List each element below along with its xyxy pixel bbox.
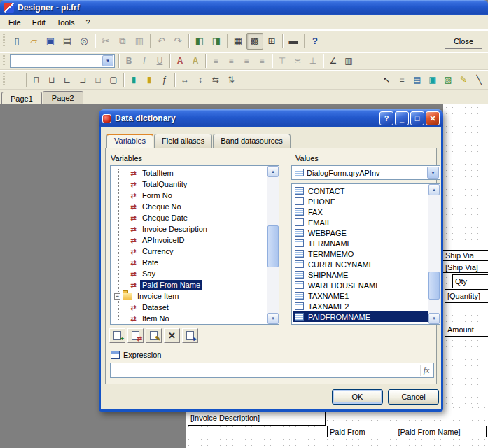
preview-icon[interactable]: ◎ <box>76 33 92 50</box>
system-text-icon[interactable]: ▣ <box>425 72 440 87</box>
frame-right-icon[interactable]: ⊐ <box>75 72 90 87</box>
frame-left-icon[interactable]: ⊏ <box>60 72 75 87</box>
tree-item[interactable]: ⇄Form No <box>112 190 267 201</box>
values-list-item[interactable]: CURRENCYNAME <box>293 259 428 270</box>
draw-icon[interactable]: ✎ <box>456 72 471 87</box>
new-variable-button[interactable]: + <box>109 328 125 343</box>
dialog-close-button[interactable]: ✕ <box>426 111 440 125</box>
menu-item-tools[interactable]: Tools <box>51 16 81 29</box>
tree-item[interactable]: ⇄TotalItem <box>112 167 267 178</box>
quantity-field[interactable]: [Quantity] <box>445 289 488 303</box>
paid-from-label[interactable]: Paid From <box>327 426 372 438</box>
insert-field-icon[interactable]: ▥ <box>341 54 356 69</box>
select-tool-icon[interactable]: ↖ <box>379 72 394 87</box>
tree-item[interactable]: ⇄Invoice Description <box>112 223 267 234</box>
dialog-tab-band-datasources[interactable]: Band datasources <box>213 134 291 148</box>
page-tab-page1[interactable]: Page1 <box>1 92 42 104</box>
text-rotation-icon[interactable]: ∠ <box>326 54 341 69</box>
values-scrollbar[interactable]: ▲ ▼ <box>428 184 440 324</box>
dialog-titlebar[interactable]: Data dictionary ?_□✕ <box>99 109 443 127</box>
tree-expander-icon[interactable]: − <box>114 293 120 300</box>
menu-item-edit[interactable]: Edit <box>27 16 51 29</box>
tree-item[interactable]: ⇄Paid From Name <box>112 279 267 290</box>
variables-scrollbar[interactable]: ▲ ▼ <box>267 166 279 324</box>
tree-item[interactable]: ⇄Cheque Date <box>112 212 267 223</box>
space-horizontal-icon[interactable]: ⇆ <box>208 72 223 87</box>
dialog-tab-field-aliases[interactable]: Field aliases <box>154 134 212 148</box>
band-object-icon[interactable]: ▤ <box>410 72 425 87</box>
dialog-minimize-button[interactable]: _ <box>395 111 409 125</box>
toolbar-grip[interactable] <box>3 55 5 67</box>
tree-folder-item[interactable]: −Invoice Item <box>112 290 267 302</box>
align-to-grid-icon[interactable]: ⊞ <box>263 33 280 50</box>
scroll-down-button[interactable]: ▼ <box>267 313 279 324</box>
values-list-item[interactable]: CONTACT <box>293 186 428 196</box>
values-list-item[interactable]: TAXNAME2 <box>293 301 428 312</box>
values-list-item[interactable]: WAREHOUSENAME <box>293 280 428 290</box>
font-name-combo[interactable]: ▼ <box>10 54 115 68</box>
dialog-tab-variables[interactable]: Variables <box>106 134 153 148</box>
group-icon[interactable]: ◧ <box>191 33 208 50</box>
size-height-icon[interactable]: ↕ <box>193 72 208 87</box>
variables-tree[interactable]: ⇄TotalItem⇄TotalQuantity⇄Form No⇄Cheque … <box>110 165 279 325</box>
frame-top-icon[interactable]: ⊓ <box>29 72 44 87</box>
dialog-maximize-button[interactable]: □ <box>410 111 424 125</box>
invoice-description-field[interactable]: [Invoice Description] <box>188 410 326 426</box>
tree-item[interactable]: ⇄Rate <box>112 257 267 268</box>
tree-item[interactable]: ⇄TotalQuantity <box>112 178 267 190</box>
font-settings-icon[interactable]: ƒ <box>157 72 172 87</box>
dataset-combo[interactable]: DialogForm.qryAPInv ▼ <box>291 165 440 180</box>
values-list-item[interactable]: TERMNAME <box>293 238 428 248</box>
tree-item[interactable]: ⇄Say <box>112 268 267 279</box>
values-list-item[interactable]: FAX <box>293 206 428 217</box>
menu-item-file[interactable]: File <box>3 16 27 29</box>
line-style-icon[interactable]: ― <box>8 72 24 87</box>
cancel-button[interactable]: Cancel <box>388 389 439 405</box>
close-designer-button[interactable]: Close <box>445 34 482 49</box>
values-list-item[interactable]: WEBPAGE <box>293 227 428 238</box>
space-vertical-icon[interactable]: ⇅ <box>223 72 239 87</box>
browse-variables-button[interactable]: ▸ <box>182 328 198 343</box>
scroll-up-button[interactable]: ▲ <box>428 184 440 195</box>
tree-item[interactable]: ⇄Cheque No <box>112 201 267 212</box>
expression-input[interactable]: fx <box>110 363 434 378</box>
amount-header[interactable]: Amount <box>445 323 488 337</box>
tree-item[interactable]: ⇄APInvoiceID <box>112 234 267 246</box>
line-object-icon[interactable]: ╲ <box>471 72 487 87</box>
scroll-up-button[interactable]: ▲ <box>267 166 279 177</box>
values-list-item[interactable]: TAXNAME1 <box>293 290 428 301</box>
toolbar-grip[interactable] <box>3 73 5 86</box>
picture-object-icon[interactable]: ▨ <box>440 72 456 87</box>
frame-bottom-icon[interactable]: ⊔ <box>44 72 60 87</box>
page-tab-page2[interactable]: Page2 <box>43 91 83 104</box>
toolbar-grip[interactable] <box>3 34 5 49</box>
values-list-item[interactable]: TERMMEMO <box>293 248 428 259</box>
insert-band-icon[interactable]: ▬ <box>285 33 302 50</box>
grid-icon[interactable]: ▦ <box>230 33 246 50</box>
qty-header[interactable]: Qty <box>452 274 488 288</box>
tree-item[interactable]: ⇄Item No <box>112 313 267 324</box>
scrollbar-thumb[interactable] <box>267 225 279 267</box>
paid-from-name-field[interactable]: [Paid From Name] <box>372 426 487 438</box>
delete-variable-button[interactable]: ✕ <box>164 328 180 343</box>
print-icon[interactable]: ▤ <box>59 33 76 50</box>
tree-item[interactable]: ⇄Currency <box>112 246 267 257</box>
ship-via-label[interactable]: Ship Via <box>442 250 488 261</box>
dialog-help-button[interactable]: ? <box>379 111 393 125</box>
scrollbar-thumb[interactable] <box>428 272 440 300</box>
tree-item[interactable]: ⇄Dataset <box>112 302 267 313</box>
ok-button[interactable]: OK <box>332 389 383 405</box>
values-list-item[interactable]: PAIDFROMNAME <box>293 312 428 322</box>
open-report-icon[interactable]: ▱ <box>25 33 42 50</box>
text-object-icon[interactable]: ≡ <box>394 72 410 87</box>
frame-none-icon[interactable]: ▢ <box>106 72 121 87</box>
edit-variable-button[interactable]: ✎ <box>146 328 162 343</box>
snap-to-grid-icon[interactable]: ▩ <box>246 33 263 50</box>
values-list[interactable]: CONTACTPHONEFAXEMAILWEBPAGETERMNAMETERMM… <box>291 183 440 325</box>
frame-color-icon[interactable]: ▮ <box>141 72 157 87</box>
scroll-down-button[interactable]: ▼ <box>428 313 440 324</box>
values-list-item[interactable]: SHIPNAME <box>293 270 428 280</box>
chevron-down-icon[interactable]: ▼ <box>427 167 439 178</box>
size-width-icon[interactable]: ↔ <box>177 72 193 87</box>
fill-color-icon[interactable]: ▮ <box>126 72 141 87</box>
